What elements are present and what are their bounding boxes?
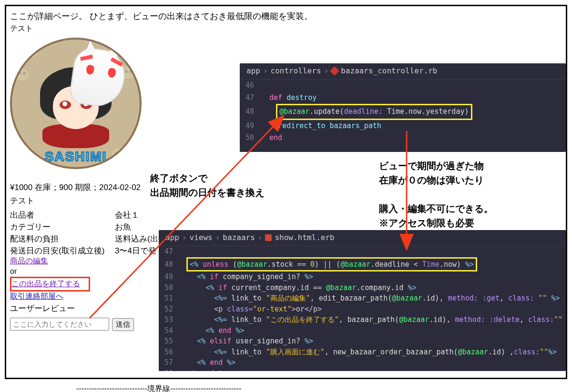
code-editor-controller: app› controllers› bazaars_controller.rb …: [240, 63, 566, 152]
code-line: 54 <% end %>: [159, 325, 566, 336]
code-line: 47 def destroy: [240, 92, 566, 104]
code-line: 47: [159, 246, 566, 257]
code-line: 50 <% if current_company.id == @bazaar.c…: [159, 282, 566, 293]
code-editor-view: app› views› bazaars› show.html.erb 4748 …: [159, 230, 566, 371]
code-line: 52 <p class="or-text">or</p>: [159, 304, 566, 315]
code-line: 49 redirect_to bazaars_path: [240, 120, 566, 132]
boundary-line: ----------------------------境界線---------…: [76, 384, 572, 392]
code-line: 58 <% end %>: [159, 368, 566, 372]
tbl-k: 配送料の負担: [10, 233, 115, 244]
annotation-end-button: 終了ボタンで 出品期間の日付を書き換え: [150, 171, 265, 200]
transaction-room-link[interactable]: 取引連絡部屋へ: [10, 292, 63, 300]
avatar-label: SASHIMI: [45, 149, 107, 164]
intro-line: ここが詳細ページ。 ひとまず、ビューの出来はさておき最低限の機能を実装。: [10, 10, 562, 23]
fox-mask-icon: [68, 46, 128, 110]
code-line: 53 <%= link_to "この出品を終了する", bazaar_path(…: [159, 314, 566, 325]
code-line: 56 <%= link_to "購入画面に進む", new_bazaar_ord…: [159, 347, 566, 358]
ruby-icon: [330, 66, 339, 76]
submit-button[interactable]: 送信: [112, 318, 134, 331]
erb-icon: [265, 234, 272, 241]
code-line: 57 <% end %>: [159, 357, 566, 368]
code-line: 55 <% elsif user_signed_in? %>: [159, 336, 566, 347]
code-line: 51 <%= link_to "商品の編集", edit_bazaar_path…: [159, 293, 566, 304]
tbl-v: 会社１: [115, 210, 562, 221]
edit-link[interactable]: 商品の編集: [10, 257, 48, 265]
page-frame: ここが詳細ページ。 ひとまず、ビューの出来はさておき最低限の機能を実装。 テスト…: [5, 5, 567, 379]
avatar-circle: SASHIMI: [10, 38, 142, 169]
annotation-view-filter: ビューで期間が過ぎた物 在庫が０の物は弾いたり 購入・編集不可にできる。 ※アク…: [379, 159, 493, 230]
tbl-k: カテゴリー: [10, 221, 115, 232]
code-line: 50 end: [240, 132, 566, 144]
avatar: SASHIMI: [10, 38, 143, 181]
code-line: 49 <% if company_signed_in? %>: [159, 271, 566, 282]
code-line: 48 @bazaar.update(deadline: Time.now.yes…: [240, 104, 566, 120]
code-line: 48 <% unless (@bazaar.stock == 0) || (@b…: [159, 257, 566, 272]
end-listing-highlight: この出品を終了する: [10, 277, 90, 291]
tbl-k: 出品者: [10, 210, 115, 221]
breadcrumb: app› views› bazaars› show.html.erb: [159, 230, 566, 246]
breadcrumb: app› controllers› bazaars_controller.rb: [240, 63, 566, 80]
review-input[interactable]: [10, 318, 109, 331]
tbl-k: 発送日の目安(取引成立後): [10, 245, 115, 256]
code-line: 46: [240, 80, 566, 92]
end-listing-link[interactable]: この出品を終了する: [11, 280, 80, 288]
intro-test: テスト: [10, 24, 562, 34]
